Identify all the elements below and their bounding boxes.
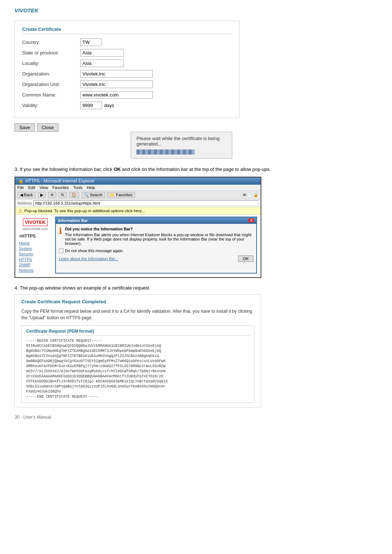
cert-completed-wrapper: Create Certificate Request Completed Cop… (15, 294, 261, 407)
org-unit-label: Organization Unit: (22, 82, 80, 87)
nav-snmp[interactable]: SNMP (19, 263, 52, 267)
save-button[interactable]: Save (15, 123, 35, 132)
info-dialog-close-button[interactable]: ✕ (248, 218, 254, 222)
step3-text: 3. If you see the following Information … (15, 166, 377, 173)
brand-logo: VIVOTEK (15, 7, 377, 13)
state-input[interactable] (80, 49, 124, 57)
step3-ok-label: OK (114, 167, 121, 172)
cert-pem-content: -----BEGIN CERTIFICATE REQUEST----- MIIB… (26, 338, 250, 399)
menu-view[interactable]: View (40, 185, 48, 190)
info-body-text: The Information Bar alerts you when Inte… (65, 233, 253, 246)
infobanner-icon: ⚠ (18, 208, 23, 214)
locality-label: Locality: (22, 61, 80, 66)
step4-number: 4. (15, 285, 19, 291)
info-ok-button[interactable]: OK (238, 255, 253, 262)
progress-popup: Please wait while the certificate is bei… (131, 132, 232, 159)
info-learn-link[interactable]: Learn about the Information Bar... (59, 257, 118, 261)
info-body-title: Did you notice the Information Bar? (65, 227, 253, 231)
infobanner-text: Pop-up blocked. To see this pop-up or ad… (24, 209, 145, 213)
country-row: Country: (22, 38, 232, 46)
search-button[interactable]: 🔍 Search (81, 192, 105, 198)
locality-input[interactable] (80, 59, 124, 67)
step4-description: The pop-up window shows an example of a … (20, 285, 150, 291)
org-unit-row: Organization Unit: (22, 81, 232, 88)
nav-security[interactable]: Security (19, 252, 52, 256)
step3-number: 3. (15, 167, 19, 172)
nav-home[interactable]: Home (19, 241, 52, 245)
country-label: Country: (22, 40, 80, 45)
create-certificate-title: Create Certificate (22, 26, 232, 34)
toolbar-icons: ✉ 📄 🔒 (243, 193, 258, 197)
ie-addressbar: Address (15, 200, 261, 207)
do-not-show-checkbox[interactable] (59, 249, 64, 253)
validity-input[interactable] (80, 102, 102, 109)
menu-edit[interactable]: Edit (28, 185, 35, 190)
favorites-button[interactable]: ⭐ Favorites (107, 192, 135, 198)
vivotek-logo-area: VIVOTEK www.vivotek.com (19, 218, 52, 231)
form-buttons: Save Close (15, 123, 377, 132)
do-not-show-label: Do not show this message again. (65, 249, 124, 253)
address-input[interactable] (33, 200, 258, 206)
cert-completed-title: Create Certificate Request Completed (21, 299, 254, 304)
info-icon: ℹ (59, 227, 62, 246)
validity-label: Validity: (22, 103, 80, 108)
menu-tools[interactable]: Tools (73, 185, 83, 190)
nav-system[interactable]: System (19, 246, 52, 251)
create-certificate-form: Create Certificate Country: State or pro… (15, 21, 240, 118)
vivotek-logo: VIVOTEK (23, 218, 47, 226)
back-button[interactable]: ◀ Back (17, 192, 36, 198)
page-number: 30 - User's Manual (15, 415, 377, 420)
info-dialog-text-area: Did you notice the Information Bar? The … (65, 227, 253, 246)
home-button[interactable]: 🏠 (69, 192, 79, 198)
menu-file[interactable]: File (17, 185, 24, 190)
cert-pem-title: Certificate Request (PEM format) (26, 329, 250, 336)
step3-text-part2: and click on the Information bar at the … (122, 167, 271, 172)
info-ok-row: Learn about the Information Bar... OK (59, 255, 253, 262)
org-unit-input[interactable] (80, 81, 153, 88)
menu-help[interactable]: Help (87, 185, 95, 190)
step4-text: 4. The pop-up window shows an example of… (15, 285, 377, 291)
nav-https[interactable]: HTTPS (19, 257, 52, 262)
refresh-button[interactable]: ↻ (58, 192, 67, 198)
organization-input[interactable] (80, 70, 153, 78)
info-dialog-title-text: Information Bar (58, 218, 88, 223)
cert-completed-text: Copy the PEM format request below and se… (21, 308, 254, 321)
validity-unit: days (104, 103, 114, 108)
common-name-input[interactable] (80, 91, 153, 99)
state-row: State or province: (22, 49, 232, 57)
menu-favorites[interactable]: Favorites (52, 185, 69, 190)
progress-bar (136, 149, 195, 155)
info-dialog: Information Bar ✕ ℹ Did you notice the I… (55, 217, 257, 274)
ie-titlebar: 🔒 HTTPS - Microsoft Internet Explorer (15, 177, 261, 185)
nav-network[interactable]: Network (19, 268, 52, 272)
common-name-label: Common Name: (22, 92, 80, 98)
cert-pem-section: Certificate Request (PEM format) -----BE… (21, 325, 254, 403)
ie-titlebar-text: HTTPS - Microsoft Internet Explorer (25, 178, 95, 184)
ie-titlebar-icon: 🔒 (18, 178, 24, 184)
info-dialog-titlebar: Information Bar ✕ (56, 217, 256, 224)
ie-content: VIVOTEK www.vivotek.com >HTTPS Home Syst… (15, 215, 261, 277)
https-heading: >HTTPS (19, 234, 52, 239)
validity-row: Validity: days (22, 102, 232, 109)
do-not-show-row: Do not show this message again. (59, 249, 253, 253)
country-input[interactable] (80, 38, 102, 46)
state-label: State or province: (22, 50, 80, 56)
locality-row: Locality: (22, 59, 232, 67)
address-label: Address (17, 201, 32, 205)
close-button[interactable]: Close (37, 123, 58, 132)
ie-infobanner[interactable]: ⚠ Pop-up blocked. To see this pop-up or … (15, 207, 261, 215)
ie-screenshot: 🔒 HTTPS - Microsoft Internet Explorer Fi… (15, 177, 261, 278)
ie-toolbar: ◀ Back ▶ ✕ ↻ 🏠 🔍 Search ⭐ Favorites ✉ 📄 … (15, 191, 261, 200)
vivotek-sub: www.vivotek.com (23, 227, 48, 231)
stop-button[interactable]: ✕ (48, 192, 56, 198)
organization-row: Organization: (22, 70, 232, 78)
step3-text-part1: If you see the following Information bar… (20, 167, 114, 172)
ie-nav: VIVOTEK www.vivotek.com >HTTPS Home Syst… (19, 218, 52, 274)
organization-label: Organization: (22, 71, 80, 77)
forward-button[interactable]: ▶ (38, 192, 46, 198)
ie-menubar: File Edit View Favorites Tools Help (15, 185, 261, 191)
progress-text: Please wait while the certificate is bei… (136, 136, 226, 147)
info-dialog-body: ℹ Did you notice the Information Bar? Th… (59, 227, 253, 246)
common-name-row: Common Name: (22, 91, 232, 99)
